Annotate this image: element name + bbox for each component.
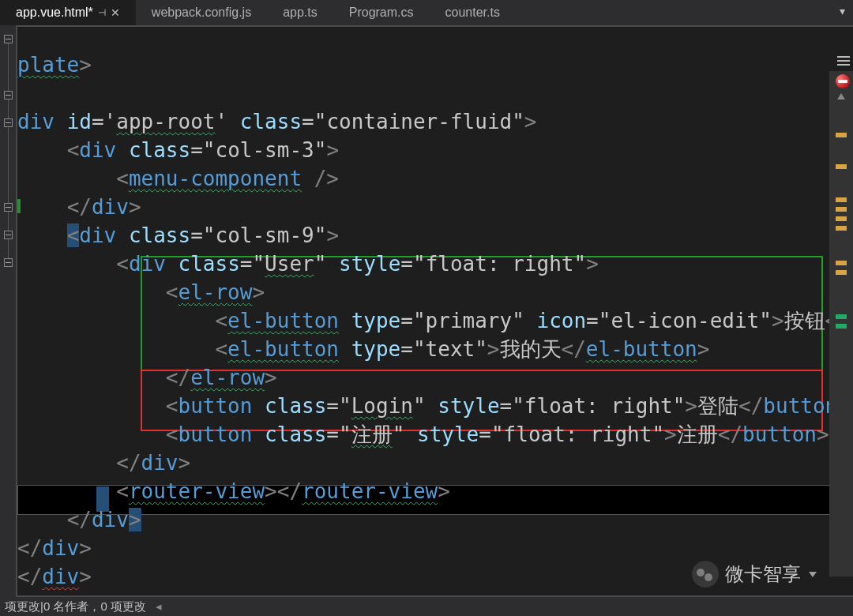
tab-webpack-config[interactable]: webpack.config.js <box>136 0 267 25</box>
fold-toggle[interactable] <box>4 91 13 100</box>
tab-counter-ts[interactable]: counter.ts <box>430 0 516 25</box>
pin-icon[interactable]: ⊣ <box>98 7 106 18</box>
tab-app-ts[interactable]: app.ts <box>267 0 333 25</box>
fold-toggle[interactable] <box>4 258 13 267</box>
tab-label: counter.ts <box>445 6 500 20</box>
close-icon[interactable]: ✕ <box>111 6 120 19</box>
code-text[interactable]: plate> div id='app-root' class="containe… <box>17 51 853 597</box>
fold-toggle[interactable] <box>4 203 13 212</box>
status-text: 项更改|0 名作者，0 项更改 <box>5 599 146 614</box>
code-area[interactable]: plate> div id='app-root' class="containe… <box>16 25 853 597</box>
tab-label: Program.cs <box>349 6 414 20</box>
tab-overflow-button[interactable]: ▾ <box>834 3 850 19</box>
tab-app-vue-html[interactable]: app.vue.html* ⊣ ✕ <box>0 0 136 25</box>
chevron-down-icon <box>809 572 817 577</box>
overview-marker[interactable] <box>836 207 847 212</box>
overview-marker[interactable] <box>836 324 847 329</box>
overview-ruler[interactable] <box>829 71 853 577</box>
overview-marker[interactable] <box>836 216 847 221</box>
overview-marker[interactable] <box>836 261 847 265</box>
editor: plate> div id='app-root' class="containe… <box>0 25 853 597</box>
wechat-icon <box>692 561 719 588</box>
overview-marker[interactable] <box>836 164 847 169</box>
tab-strip: app.vue.html* ⊣ ✕ webpack.config.js app.… <box>0 0 853 26</box>
error-stop-icon[interactable] <box>836 74 850 88</box>
overview-marker[interactable] <box>836 197 847 202</box>
overview-marker[interactable] <box>836 314 847 319</box>
fold-gutter <box>0 25 16 597</box>
fold-toggle[interactable] <box>4 231 13 239</box>
fold-toggle[interactable] <box>4 118 13 127</box>
overview-marker[interactable] <box>836 270 847 275</box>
split-handle[interactable] <box>836 55 851 66</box>
watermark: 微卡智享 <box>692 561 817 588</box>
watermark-text: 微卡智享 <box>725 562 801 587</box>
scroll-left-icon[interactable]: ◂ <box>152 600 165 613</box>
tab-label: app.ts <box>283 6 318 20</box>
overview-marker[interactable] <box>836 226 847 231</box>
tab-label: app.vue.html* <box>16 6 93 20</box>
overview-marker[interactable] <box>836 133 847 137</box>
tab-program-cs[interactable]: Program.cs <box>333 0 430 25</box>
scroll-up-icon[interactable] <box>837 93 845 100</box>
status-bar: 项更改|0 名作者，0 项更改 ◂ <box>0 597 853 616</box>
fold-toggle[interactable] <box>4 35 13 43</box>
tab-label: webpack.config.js <box>152 6 251 20</box>
